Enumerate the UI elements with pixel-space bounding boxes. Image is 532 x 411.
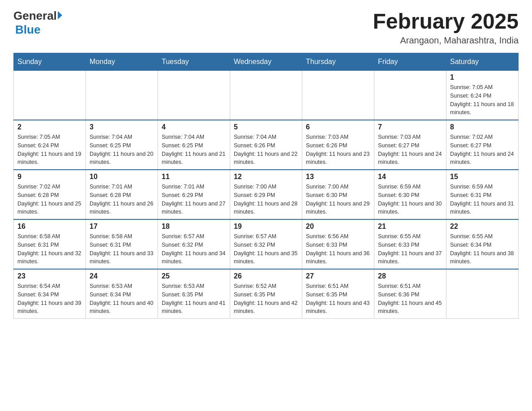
day-info: Sunrise: 7:02 AMSunset: 6:27 PMDaylight:… (450, 133, 515, 167)
calendar-cell: 8Sunrise: 7:02 AMSunset: 6:27 PMDaylight… (446, 120, 519, 170)
col-tuesday: Tuesday (158, 53, 230, 71)
calendar-cell: 4Sunrise: 7:04 AMSunset: 6:25 PMDaylight… (158, 120, 230, 170)
day-info: Sunrise: 7:04 AMSunset: 6:26 PMDaylight:… (234, 133, 298, 167)
day-number: 17 (90, 223, 154, 231)
day-info: Sunrise: 7:03 AMSunset: 6:27 PMDaylight:… (378, 133, 442, 167)
calendar-cell: 7Sunrise: 7:03 AMSunset: 6:27 PMDaylight… (374, 120, 446, 170)
day-number: 14 (378, 173, 442, 181)
day-info: Sunrise: 6:51 AMSunset: 6:35 PMDaylight:… (306, 282, 370, 316)
day-number: 11 (162, 173, 226, 181)
calendar-week-4: 16Sunrise: 6:58 AMSunset: 6:31 PMDayligh… (14, 219, 519, 269)
logo-blue-text: Blue (15, 23, 40, 36)
col-friday: Friday (374, 53, 446, 71)
calendar-cell: 3Sunrise: 7:04 AMSunset: 6:25 PMDaylight… (86, 120, 158, 170)
calendar-cell: 19Sunrise: 6:57 AMSunset: 6:32 PMDayligh… (230, 219, 302, 269)
calendar-cell: 20Sunrise: 6:56 AMSunset: 6:33 PMDayligh… (302, 219, 374, 269)
day-info: Sunrise: 6:52 AMSunset: 6:35 PMDaylight:… (234, 282, 298, 316)
calendar-week-2: 2Sunrise: 7:05 AMSunset: 6:24 PMDaylight… (14, 120, 519, 170)
day-number: 15 (450, 173, 515, 181)
day-number: 24 (90, 272, 154, 280)
calendar-cell: 22Sunrise: 6:55 AMSunset: 6:34 PMDayligh… (446, 219, 519, 269)
calendar-cell: 21Sunrise: 6:55 AMSunset: 6:33 PMDayligh… (374, 219, 446, 269)
day-info: Sunrise: 7:01 AMSunset: 6:29 PMDaylight:… (162, 183, 226, 216)
col-saturday: Saturday (446, 53, 519, 71)
calendar-cell (302, 71, 374, 120)
logo-arrow-icon (58, 11, 62, 19)
calendar-cell: 17Sunrise: 6:58 AMSunset: 6:31 PMDayligh… (86, 219, 158, 269)
calendar-cell (374, 71, 446, 120)
day-info: Sunrise: 7:00 AMSunset: 6:29 PMDaylight:… (234, 183, 298, 216)
calendar-cell: 12Sunrise: 7:00 AMSunset: 6:29 PMDayligh… (230, 170, 302, 219)
logo-general: General (13, 9, 57, 23)
day-number: 9 (17, 173, 82, 181)
day-info: Sunrise: 6:57 AMSunset: 6:32 PMDaylight:… (162, 232, 226, 266)
day-info: Sunrise: 6:59 AMSunset: 6:31 PMDaylight:… (450, 183, 515, 216)
calendar-cell: 11Sunrise: 7:01 AMSunset: 6:29 PMDayligh… (158, 170, 230, 219)
day-info: Sunrise: 7:05 AMSunset: 6:24 PMDaylight:… (17, 133, 82, 167)
calendar-cell: 27Sunrise: 6:51 AMSunset: 6:35 PMDayligh… (302, 269, 374, 319)
col-thursday: Thursday (302, 53, 374, 71)
day-number: 12 (234, 173, 298, 181)
day-number: 3 (90, 123, 154, 131)
calendar-header-row: Sunday Monday Tuesday Wednesday Thursday… (14, 53, 519, 71)
day-info: Sunrise: 7:00 AMSunset: 6:30 PMDaylight:… (306, 183, 370, 216)
title-area: February 2025 Arangaon, Maharashtra, Ind… (373, 9, 519, 46)
day-number: 10 (90, 173, 154, 181)
calendar-cell: 26Sunrise: 6:52 AMSunset: 6:35 PMDayligh… (230, 269, 302, 319)
calendar-cell: 6Sunrise: 7:03 AMSunset: 6:26 PMDaylight… (302, 120, 374, 170)
calendar-cell: 18Sunrise: 6:57 AMSunset: 6:32 PMDayligh… (158, 219, 230, 269)
calendar-cell: 15Sunrise: 6:59 AMSunset: 6:31 PMDayligh… (446, 170, 519, 219)
calendar-cell: 10Sunrise: 7:01 AMSunset: 6:28 PMDayligh… (86, 170, 158, 219)
day-info: Sunrise: 6:51 AMSunset: 6:36 PMDaylight:… (378, 282, 442, 316)
day-number: 18 (162, 223, 226, 231)
day-number: 16 (17, 223, 82, 231)
logo-text: General (13, 9, 62, 23)
day-info: Sunrise: 6:53 AMSunset: 6:35 PMDaylight:… (162, 282, 226, 316)
day-info: Sunrise: 6:55 AMSunset: 6:34 PMDaylight:… (450, 232, 515, 266)
header: General Blue February 2025 Arangaon, Mah… (13, 9, 519, 46)
day-number: 20 (306, 223, 370, 231)
day-info: Sunrise: 6:56 AMSunset: 6:33 PMDaylight:… (306, 232, 370, 266)
calendar-cell: 14Sunrise: 6:59 AMSunset: 6:30 PMDayligh… (374, 170, 446, 219)
calendar-cell: 1Sunrise: 7:05 AMSunset: 6:24 PMDaylight… (446, 71, 519, 120)
logo: General Blue (13, 9, 62, 37)
day-number: 21 (378, 223, 442, 231)
calendar-cell (230, 71, 302, 120)
calendar-cell: 13Sunrise: 7:00 AMSunset: 6:30 PMDayligh… (302, 170, 374, 219)
day-number: 22 (450, 223, 515, 231)
calendar-cell (158, 71, 230, 120)
calendar-cell (14, 71, 86, 120)
day-number: 23 (17, 272, 82, 280)
day-info: Sunrise: 6:58 AMSunset: 6:31 PMDaylight:… (17, 232, 82, 266)
day-info: Sunrise: 7:04 AMSunset: 6:25 PMDaylight:… (90, 133, 154, 167)
calendar-week-1: 1Sunrise: 7:05 AMSunset: 6:24 PMDaylight… (14, 71, 519, 120)
col-wednesday: Wednesday (230, 53, 302, 71)
day-info: Sunrise: 6:55 AMSunset: 6:33 PMDaylight:… (378, 232, 442, 266)
day-number: 28 (378, 272, 442, 280)
calendar-cell: 25Sunrise: 6:53 AMSunset: 6:35 PMDayligh… (158, 269, 230, 319)
day-number: 5 (234, 123, 298, 131)
day-number: 25 (162, 272, 226, 280)
calendar-table: Sunday Monday Tuesday Wednesday Thursday… (13, 53, 519, 319)
day-info: Sunrise: 6:59 AMSunset: 6:30 PMDaylight:… (378, 183, 442, 216)
location-subtitle: Arangaon, Maharashtra, India (373, 35, 519, 46)
day-info: Sunrise: 6:57 AMSunset: 6:32 PMDaylight:… (234, 232, 298, 266)
calendar-cell: 9Sunrise: 7:02 AMSunset: 6:28 PMDaylight… (14, 170, 86, 219)
calendar-cell (86, 71, 158, 120)
calendar-cell: 24Sunrise: 6:53 AMSunset: 6:34 PMDayligh… (86, 269, 158, 319)
day-info: Sunrise: 7:03 AMSunset: 6:26 PMDaylight:… (306, 133, 370, 167)
col-monday: Monday (86, 53, 158, 71)
day-info: Sunrise: 7:02 AMSunset: 6:28 PMDaylight:… (17, 183, 82, 216)
day-info: Sunrise: 7:01 AMSunset: 6:28 PMDaylight:… (90, 183, 154, 216)
day-number: 7 (378, 123, 442, 131)
day-number: 27 (306, 272, 370, 280)
day-info: Sunrise: 7:05 AMSunset: 6:24 PMDaylight:… (450, 83, 515, 117)
calendar-cell: 23Sunrise: 6:54 AMSunset: 6:34 PMDayligh… (14, 269, 86, 319)
day-number: 26 (234, 272, 298, 280)
calendar-cell: 5Sunrise: 7:04 AMSunset: 6:26 PMDaylight… (230, 120, 302, 170)
calendar-cell (446, 269, 519, 319)
day-info: Sunrise: 6:54 AMSunset: 6:34 PMDaylight:… (17, 282, 82, 316)
calendar-week-3: 9Sunrise: 7:02 AMSunset: 6:28 PMDaylight… (14, 170, 519, 219)
day-number: 8 (450, 123, 515, 131)
month-year-title: February 2025 (373, 9, 519, 34)
